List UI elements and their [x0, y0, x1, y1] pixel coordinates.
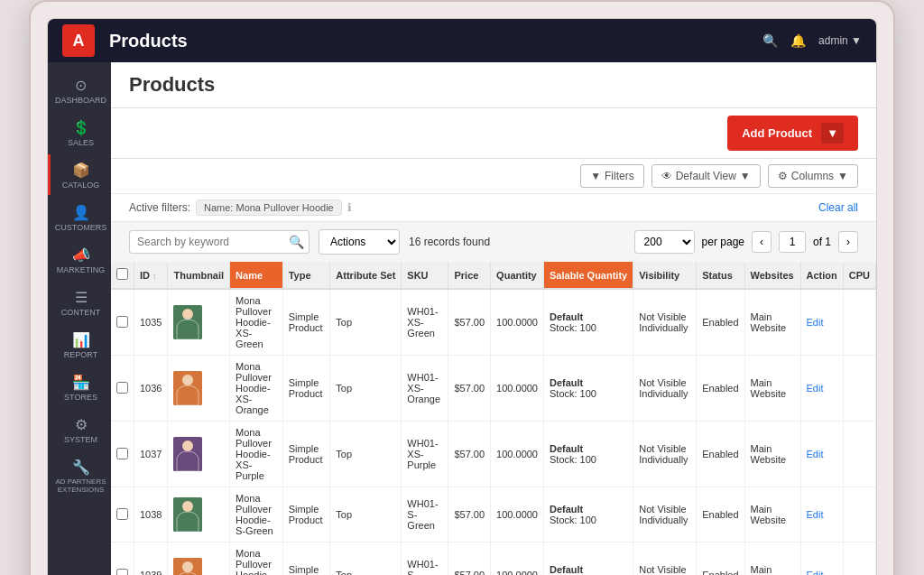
row-status: Enabled [697, 543, 744, 576]
active-filters-bar: Active filters: Name: Mona Pullover Hood… [111, 194, 876, 222]
sidebar-label-sales: SALES [68, 138, 94, 147]
main-layout: ⊙ DASHBOARD 💲 SALES 📦 CATALOG 👤 CUSTOMER… [48, 62, 876, 575]
row-thumbnail [168, 356, 230, 422]
extensions-icon: 🔧 [72, 460, 90, 475]
sidebar-label-customers: CUSTOMERS [55, 223, 106, 232]
svg-point-5 [182, 441, 193, 451]
search-submit-button[interactable]: 🔍 [289, 235, 304, 249]
row-action: Edit [800, 356, 843, 422]
stores-icon: 🏪 [72, 376, 90, 390]
default-view-button[interactable]: 👁 Default View ▼ [651, 164, 761, 188]
add-product-button[interactable]: Add Product ▼ [727, 116, 858, 151]
select-all-checkbox[interactable] [116, 268, 128, 280]
row-checkbox-cell [111, 356, 134, 422]
th-action: Action [800, 262, 843, 289]
table-row: 1037 Mona Pullover Hoodie-XS-Purple Simp… [111, 422, 876, 487]
edit-link[interactable]: Edit [807, 449, 824, 459]
row-status: Enabled [697, 289, 744, 356]
per-page-select[interactable]: 200 [634, 230, 695, 254]
sidebar: ⊙ DASHBOARD 💲 SALES 📦 CATALOG 👤 CUSTOMER… [48, 62, 111, 575]
row-sku: WH01-S-Green [402, 487, 448, 543]
laptop-frame: A Products 🔍 🔔 admin ▼ ⊙ DASHBOARD 💲 SAL… [29, 0, 895, 575]
search-input[interactable] [129, 230, 310, 254]
edit-link[interactable]: Edit [807, 509, 824, 520]
top-bar: A Products 🔍 🔔 admin ▼ [48, 19, 876, 62]
row-checkbox[interactable] [116, 569, 128, 576]
columns-button[interactable]: ⚙ Columns ▼ [768, 164, 858, 188]
th-quantity: Quantity [491, 262, 544, 289]
row-price: $57.00 [448, 422, 491, 487]
add-product-dropdown-arrow[interactable]: ▼ [821, 123, 844, 144]
sidebar-item-dashboard[interactable]: ⊙ DASHBOARD [48, 70, 111, 110]
row-quantity: 100.0000 [491, 543, 544, 576]
row-websites: Main Website [744, 356, 800, 422]
marketing-icon: 📣 [72, 248, 90, 263]
active-filters-label: Active filters: [129, 201, 190, 214]
row-status: Enabled [697, 487, 744, 543]
products-table: ID ↕ Thumbnail Name Type Attribute Set S… [111, 262, 876, 575]
table-row: 1038 Mona Pullover Hoodie-S-Green Simple… [111, 487, 876, 543]
search-icon[interactable]: 🔍 [762, 33, 778, 48]
filter-name-tag[interactable]: Name: Mona Pullover Hoodie [196, 199, 342, 216]
actions-dropdown[interactable]: Actions [319, 229, 400, 255]
sidebar-item-extensions[interactable]: 🔧 AD PARTNERS EXTENSIONS [48, 451, 111, 499]
row-visibility: Not Visible Individually [633, 422, 697, 487]
row-checkbox[interactable] [116, 448, 128, 459]
row-checkbox-cell [111, 543, 134, 576]
svg-point-3 [182, 375, 193, 385]
row-id: 1038 [134, 487, 168, 543]
filter-info-icon: ℹ [347, 201, 352, 214]
row-quantity: 100.0000 [491, 422, 544, 487]
filters-button[interactable]: ▼ Filters [580, 164, 644, 188]
page-number-input[interactable] [779, 231, 806, 253]
catalog-icon: 📦 [72, 163, 90, 178]
row-sku: WH01-XS-Orange [402, 356, 448, 422]
row-checkbox[interactable] [116, 508, 128, 520]
row-name: Mona Pullover Hoodie-XS-Purple [230, 422, 283, 487]
sidebar-item-content[interactable]: ☰ CONTENT [48, 282, 111, 322]
row-status: Enabled [697, 422, 744, 487]
sales-icon: 💲 [72, 121, 90, 135]
filters-label: Filters [605, 170, 634, 182]
th-type: Type [282, 262, 330, 289]
clear-all-button[interactable]: Clear all [818, 201, 858, 214]
row-websites: Main Website [744, 289, 800, 356]
row-checkbox[interactable] [116, 382, 128, 394]
sidebar-item-catalog[interactable]: 📦 CATALOG [48, 154, 111, 195]
view-dropdown-arrow: ▼ [740, 170, 751, 182]
sidebar-item-sales[interactable]: 💲 SALES [48, 112, 111, 153]
columns-dropdown-arrow: ▼ [837, 170, 848, 182]
row-visibility: Not Visible Individually [633, 543, 697, 576]
sidebar-item-report[interactable]: 📊 REPORT [48, 324, 111, 365]
th-id: ID ↕ [134, 262, 168, 289]
row-salable-quantity: Default Stock: 100 [544, 289, 633, 356]
row-websites: Main Website [744, 487, 800, 543]
edit-link[interactable]: Edit [807, 383, 824, 394]
admin-menu[interactable]: admin ▼ [818, 34, 862, 47]
row-visibility: Not Visible Individually [633, 289, 697, 356]
row-cpu [843, 543, 875, 576]
row-thumbnail [168, 289, 230, 356]
sidebar-item-customers[interactable]: 👤 CUSTOMERS [48, 197, 111, 237]
sidebar-item-marketing[interactable]: 📣 MARKETING [48, 239, 111, 280]
sidebar-item-stores[interactable]: 🏪 STORES [48, 366, 111, 407]
per-page-label: per page [702, 236, 744, 248]
notification-icon[interactable]: 🔔 [790, 33, 806, 48]
row-checkbox-cell [111, 487, 134, 543]
next-page-button[interactable]: › [838, 231, 858, 253]
svg-point-9 [182, 561, 193, 572]
prev-page-button[interactable]: ‹ [752, 231, 772, 253]
edit-link[interactable]: Edit [807, 570, 824, 575]
sidebar-item-system[interactable]: ⚙ SYSTEM [48, 409, 111, 450]
page-title: Products [109, 31, 762, 51]
th-sku: SKU [402, 262, 448, 289]
edit-link[interactable]: Edit [807, 317, 824, 328]
sort-id-icon[interactable]: ↕ [152, 272, 157, 281]
row-checkbox[interactable] [116, 316, 128, 328]
row-price: $57.00 [448, 289, 491, 356]
row-websites: Main Website [744, 422, 800, 487]
row-quantity: 100.0000 [491, 356, 544, 422]
table-row: 1036 Mona Pullover Hoodie-XS-Orange Simp… [111, 356, 876, 422]
row-type: Simple Product [282, 356, 330, 422]
row-name: Mona Pullover Hoodie-S-Green [230, 487, 283, 543]
